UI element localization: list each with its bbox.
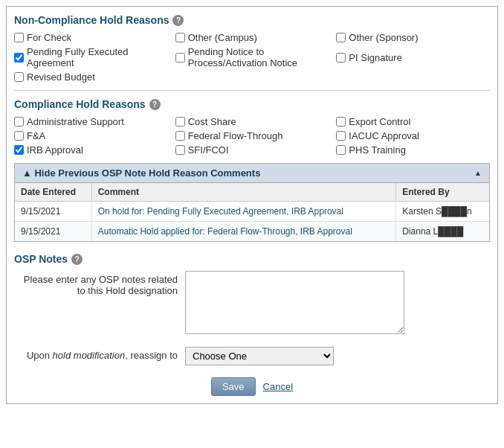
- non-compliance-checkboxes: For Check Other (Campus) Other (Sponsor)…: [14, 32, 490, 83]
- collapsible-arrow-icon: ▲: [474, 169, 482, 177]
- cancel-button[interactable]: Cancel: [263, 377, 293, 396]
- col-comment: Comment: [91, 183, 396, 202]
- chk-pi-signature-label: PI Signature: [349, 52, 402, 63]
- chk-other-sponsor-input[interactable]: [336, 33, 346, 42]
- chk-revised-budget-input[interactable]: [14, 72, 24, 82]
- table-row: 9/15/2021On hold for: Pending Fully Exec…: [15, 202, 489, 222]
- table-header-row: Date Entered Comment Entered By: [15, 183, 489, 202]
- osp-notes-help-icon[interactable]: ?: [71, 254, 83, 265]
- chk-for-check-input[interactable]: [14, 33, 24, 42]
- chk-export-control-input[interactable]: [336, 117, 346, 127]
- comments-table-container: Date Entered Comment Entered By 9/15/202…: [14, 182, 490, 242]
- non-compliance-title: Non-Compliance Hold Reasons ?: [14, 14, 490, 26]
- notes-control-area: [185, 271, 490, 336]
- compliance-checkboxes: Administrative Support Cost Share Export…: [14, 116, 490, 156]
- checkbox-fa: F&A: [14, 130, 168, 141]
- chk-export-control-label: Export Control: [349, 116, 410, 127]
- chk-cost-share-label: Cost Share: [188, 116, 236, 127]
- section-divider-1: [14, 90, 490, 91]
- cell-entered-by: Karsten S████n: [396, 202, 489, 222]
- checkbox-iacuc: IACUC Approval: [336, 130, 490, 141]
- checkbox-sfi: SFI/FCOI: [175, 144, 329, 156]
- checkbox-other-sponsor: Other (Sponsor): [336, 32, 490, 43]
- reassign-row: Upon hold modification, reassign to Choo…: [14, 347, 490, 365]
- collapsible-header[interactable]: ▲ Hide Previous OSP Note Hold Reason Com…: [14, 163, 490, 182]
- chk-phs-input[interactable]: [336, 145, 346, 155]
- checkbox-export-control: Export Control: [336, 116, 490, 127]
- checkbox-for-check: For Check: [14, 32, 168, 43]
- checkbox-federal-flow: Federal Flow-Through: [175, 130, 329, 141]
- chk-pending-notice-label: Pending Notice to Process/Activation Not…: [188, 46, 329, 68]
- button-row: Save Cancel: [14, 377, 490, 396]
- reassign-label: Upon hold modification, reassign to: [14, 347, 185, 361]
- main-container: Non-Compliance Hold Reasons ? For Check …: [6, 6, 498, 404]
- osp-notes-textarea[interactable]: [185, 271, 404, 334]
- cell-date: 9/15/2021: [15, 202, 91, 222]
- osp-notes-title: OSP Notes ?: [14, 253, 490, 265]
- chk-other-sponsor-label: Other (Sponsor): [349, 32, 418, 43]
- chk-sfi-input[interactable]: [175, 145, 185, 155]
- checkbox-pending-fully: Pending Fully Executed Agreement: [14, 46, 168, 68]
- osp-notes-section: OSP Notes ? Please enter any OSP notes r…: [14, 253, 490, 365]
- col-date-entered: Date Entered: [15, 183, 91, 202]
- reassign-control-area: Choose One: [185, 347, 490, 365]
- save-button[interactable]: Save: [211, 377, 256, 396]
- chk-irb-input[interactable]: [14, 145, 24, 155]
- chk-federal-flow-input[interactable]: [175, 131, 185, 141]
- chk-pending-fully-label: Pending Fully Executed Agreement: [27, 46, 168, 68]
- comments-tbody: 9/15/2021On hold for: Pending Fully Exec…: [15, 202, 489, 242]
- reassign-select[interactable]: Choose One: [185, 347, 334, 365]
- chk-admin-support-label: Administrative Support: [27, 116, 124, 127]
- chk-fa-label: F&A: [27, 130, 45, 141]
- checkbox-pi-signature: PI Signature: [336, 46, 490, 68]
- checkbox-admin-support: Administrative Support: [14, 116, 168, 127]
- notes-label: Please enter any OSP notes related to th…: [14, 271, 185, 296]
- col-entered-by: Entered By: [396, 183, 489, 202]
- compliance-title: Compliance Hold Reasons ?: [14, 98, 490, 110]
- chk-phs-label: PHS Training: [349, 144, 406, 156]
- chk-sfi-label: SFI/FCOI: [188, 144, 229, 156]
- chk-other-campus-label: Other (Campus): [188, 32, 257, 43]
- collapsible-header-label: ▲ Hide Previous OSP Note Hold Reason Com…: [22, 167, 260, 179]
- checkbox-other-campus: Other (Campus): [175, 32, 329, 43]
- checkbox-irb: IRB Approval: [14, 144, 168, 156]
- chk-pending-fully-input[interactable]: [14, 53, 24, 63]
- chk-iacuc-input[interactable]: [336, 131, 346, 141]
- notes-textarea-row: Please enter any OSP notes related to th…: [14, 271, 490, 336]
- chk-admin-support-input[interactable]: [14, 117, 24, 127]
- compliance-title-text: Compliance Hold Reasons: [14, 98, 146, 110]
- chk-federal-flow-label: Federal Flow-Through: [188, 130, 283, 141]
- checkbox-pending-notice: Pending Notice to Process/Activation Not…: [175, 46, 329, 68]
- osp-notes-title-text: OSP Notes: [14, 253, 68, 265]
- chk-pending-notice-input[interactable]: [175, 53, 185, 63]
- chk-iacuc-label: IACUC Approval: [349, 130, 419, 141]
- cell-date: 9/15/2021: [15, 222, 91, 242]
- chk-pi-signature-input[interactable]: [336, 53, 346, 63]
- comments-table: Date Entered Comment Entered By 9/15/202…: [15, 183, 489, 241]
- table-row: 9/15/2021Automatic Hold applied for: Fed…: [15, 222, 489, 242]
- chk-fa-input[interactable]: [14, 131, 24, 141]
- non-compliance-help-icon[interactable]: ?: [172, 15, 184, 26]
- chk-other-campus-input[interactable]: [175, 33, 185, 42]
- checkbox-phs: PHS Training: [336, 144, 490, 156]
- compliance-help-icon[interactable]: ?: [149, 99, 161, 110]
- checkbox-revised-budget: Revised Budget: [14, 71, 168, 83]
- checkbox-cost-share: Cost Share: [175, 116, 329, 127]
- cell-comment: On hold for: Pending Fully Executed Agre…: [91, 202, 396, 222]
- cell-entered-by: Dianna L████: [396, 222, 489, 242]
- cell-comment: Automatic Hold applied for: Federal Flow…: [91, 222, 396, 242]
- chk-cost-share-input[interactable]: [175, 117, 185, 127]
- chk-for-check-label: For Check: [27, 32, 71, 43]
- chk-irb-label: IRB Approval: [27, 144, 83, 156]
- non-compliance-title-text: Non-Compliance Hold Reasons: [14, 14, 169, 26]
- chk-revised-budget-label: Revised Budget: [27, 71, 95, 83]
